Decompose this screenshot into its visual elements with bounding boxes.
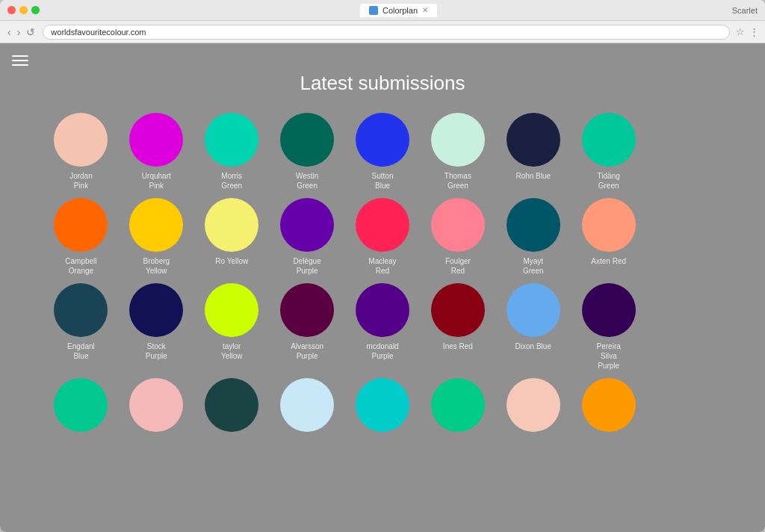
color-label: Rohn Blue <box>515 171 551 181</box>
color-label: Delègue Purple <box>293 256 320 276</box>
color-circle <box>280 198 334 252</box>
color-item[interactable]: Jordan Pink <box>46 113 116 191</box>
color-item[interactable]: Urquhart Pink <box>122 113 191 191</box>
color-label: Tidäng Green <box>598 171 620 191</box>
title-bar: Colorplan ✕ Scarlet <box>0 0 765 21</box>
color-item[interactable]: Broberg Yellow <box>122 198 191 276</box>
color-circle <box>582 198 636 252</box>
tab-label: Colorplan <box>382 6 418 15</box>
color-item[interactable] <box>46 378 116 432</box>
browser-tab[interactable]: Colorplan ✕ <box>360 4 437 17</box>
color-item[interactable]: Foulger Red <box>423 198 492 276</box>
color-item[interactable] <box>348 378 418 432</box>
color-grid: Jordan PinkUrquhart PinkMorris GreenWest… <box>46 113 719 432</box>
color-item[interactable] <box>649 113 719 191</box>
color-circle <box>205 283 258 337</box>
page-title: Latest submissions <box>12 72 753 95</box>
color-label: Jordan Pink <box>69 171 93 191</box>
color-circle <box>582 283 636 337</box>
color-item[interactable]: taylor Yellow <box>197 283 267 371</box>
color-item[interactable] <box>273 378 342 432</box>
color-item[interactable]: Sutton Blue <box>348 113 418 191</box>
color-label: Macleay Red <box>368 256 396 276</box>
tab-favicon-icon <box>369 6 378 15</box>
title-bar-text: Scarlet <box>732 6 758 15</box>
color-item[interactable]: Thomas Green <box>423 113 492 191</box>
color-circle <box>54 198 108 252</box>
color-circle <box>129 283 183 337</box>
color-circle <box>205 198 258 252</box>
color-item[interactable]: Delègue Purple <box>273 198 342 276</box>
color-circle <box>280 283 334 337</box>
color-item[interactable]: Campbell Orange <box>46 198 116 276</box>
tab-close-icon[interactable]: ✕ <box>422 6 428 14</box>
color-label: Pereira Silva Purple <box>597 341 621 371</box>
color-item[interactable]: Westin Green <box>273 113 342 191</box>
hamburger-menu[interactable] <box>12 55 28 66</box>
back-button[interactable]: ‹ <box>6 26 13 38</box>
color-item[interactable]: Macleay Red <box>348 198 418 276</box>
color-item[interactable]: Stock Purple <box>122 283 191 371</box>
color-label: Urquhart Pink <box>142 171 171 191</box>
color-item[interactable]: Morris Green <box>197 113 267 191</box>
color-item[interactable] <box>197 378 267 432</box>
color-label: Ro Yellow <box>215 256 248 266</box>
color-circle <box>507 283 560 337</box>
color-item[interactable] <box>498 378 568 432</box>
color-circle <box>431 113 485 167</box>
color-label: taylor Yellow <box>221 341 243 361</box>
color-item[interactable]: Dixon Blue <box>498 283 568 371</box>
color-circle <box>280 378 334 432</box>
color-label: Alvarsson Purple <box>291 341 323 361</box>
color-item[interactable]: Alvarsson Purple <box>273 283 342 371</box>
color-item[interactable] <box>649 283 719 371</box>
forward-button[interactable]: › <box>16 26 22 38</box>
color-circle <box>431 198 485 252</box>
color-label: Axten Red <box>591 256 626 266</box>
color-item[interactable]: Myayt Green <box>498 198 568 276</box>
color-item[interactable]: Rohn Blue <box>498 113 568 191</box>
color-item[interactable] <box>649 198 719 276</box>
color-item[interactable] <box>574 378 643 432</box>
color-label: Westin Green <box>296 171 318 191</box>
maximize-button[interactable] <box>31 6 40 14</box>
close-button[interactable] <box>7 6 16 14</box>
color-circle <box>129 113 183 167</box>
color-item[interactable]: Engdanl Blue <box>46 283 116 371</box>
color-item[interactable] <box>423 378 492 432</box>
color-label: mcdonald Purple <box>366 341 398 361</box>
color-circle <box>582 113 636 167</box>
color-item[interactable]: Pereira Silva Purple <box>574 283 643 371</box>
color-label: Engdanl Blue <box>67 341 95 361</box>
color-item[interactable]: Tidäng Green <box>574 113 643 191</box>
color-label: Dixon Blue <box>515 341 551 351</box>
color-label: Morris Green <box>221 171 242 191</box>
color-circle <box>129 378 183 432</box>
address-input[interactable] <box>43 25 730 40</box>
color-item[interactable]: Ines Red <box>423 283 492 371</box>
traffic-lights <box>7 6 40 14</box>
color-label: Ines Red <box>443 341 473 351</box>
color-circle <box>205 113 258 167</box>
color-circle <box>54 113 108 167</box>
color-circle <box>507 378 560 432</box>
color-item[interactable]: mcdonald Purple <box>348 283 418 371</box>
color-label: Myayt Green <box>523 256 544 276</box>
bookmark-icon[interactable]: ☆ <box>736 26 745 37</box>
color-circle <box>431 378 485 432</box>
color-item[interactable]: Axten Red <box>574 198 643 276</box>
reload-button[interactable]: ↺ <box>25 26 37 38</box>
minimize-button[interactable] <box>19 6 28 14</box>
more-icon[interactable]: ⋮ <box>749 26 759 37</box>
color-circle <box>356 378 409 432</box>
color-circle <box>54 378 108 432</box>
color-label: Foulger Red <box>445 256 471 276</box>
color-label: Stock Purple <box>146 341 167 361</box>
color-item[interactable]: Ro Yellow <box>197 198 267 276</box>
color-label: Broberg Yellow <box>143 256 170 276</box>
color-label: Campbell Orange <box>65 256 96 276</box>
color-circle <box>431 283 485 337</box>
color-item[interactable] <box>122 378 191 432</box>
color-item[interactable] <box>649 378 719 432</box>
color-circle <box>205 378 258 432</box>
